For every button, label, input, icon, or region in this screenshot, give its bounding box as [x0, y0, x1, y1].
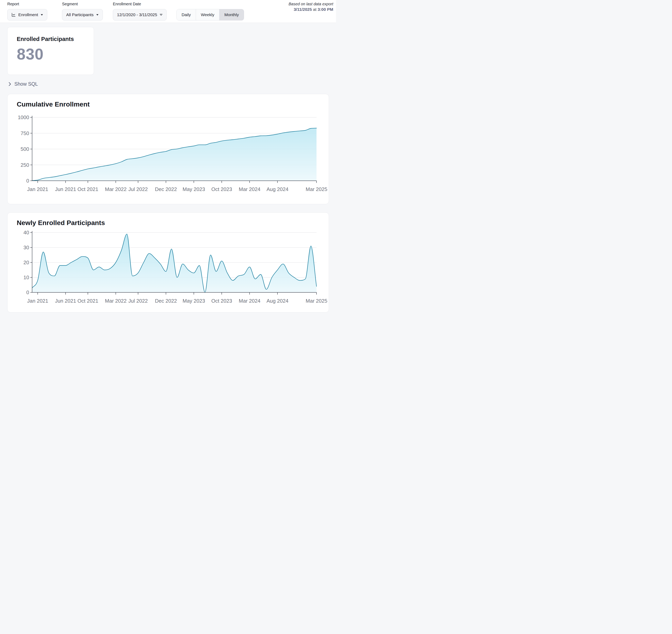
x-tick-label: Jan 2021: [27, 298, 48, 304]
export-timestamp: 3/11/2025 at 3:00 PM: [289, 6, 333, 13]
date-range-dropdown[interactable]: 12/1/2020 - 3/11/2025: [113, 9, 167, 21]
kpi-title: Enrolled Participants: [17, 36, 88, 42]
y-tick-label: 750: [21, 130, 29, 136]
area-fill: [32, 128, 316, 181]
segment-dropdown-value: All Participants: [66, 13, 94, 17]
x-tick-label: Mar 2025: [306, 298, 327, 304]
granularity-toggle: Daily Weekly Monthly: [176, 9, 244, 21]
chevron-right-icon: [8, 81, 12, 87]
x-tick-label: Jun 2021: [55, 298, 76, 304]
x-tick-label: Jun 2021: [55, 186, 76, 192]
y-tick-label: 10: [23, 274, 29, 281]
export-note: Based on last data export: [289, 1, 333, 6]
caret-down-outline-icon: [160, 14, 163, 16]
newly-enrolled-chart: 010203040Jan 2021Jun 2021Oct 2021Mar 202…: [7, 229, 329, 311]
y-axis: 010203040: [23, 229, 32, 295]
report-label: Report: [7, 2, 19, 6]
x-axis: Jan 2021Jun 2021Oct 2021Mar 2022Jul 2022…: [27, 292, 327, 304]
x-tick-label: Jan 2021: [27, 186, 48, 192]
x-tick-label: Mar 2022: [105, 298, 127, 304]
cumulative-chart-title: Cumulative Enrollment: [17, 100, 90, 108]
y-tick-label: 1000: [18, 114, 29, 120]
y-tick-label: 250: [21, 162, 29, 168]
report-dropdown[interactable]: Enrollment: [7, 9, 47, 21]
y-tick-label: 0: [26, 178, 29, 184]
report-dropdown-value: Enrollment: [18, 13, 38, 17]
kpi-value: 830: [17, 45, 88, 63]
y-tick-label: 0: [26, 289, 29, 295]
x-tick-label: Aug 2024: [266, 298, 288, 304]
show-sql-toggle[interactable]: Show SQL: [8, 81, 38, 87]
enrolled-participants-card: Enrolled Participants 830: [7, 27, 94, 75]
x-tick-label: Oct 2021: [77, 298, 98, 304]
x-tick-label: Jul 2022: [128, 298, 148, 304]
y-tick-label: 40: [23, 229, 29, 236]
x-tick-label: Oct 2021: [77, 186, 98, 192]
chart-line-icon: [11, 13, 16, 17]
y-axis: 02505007501000: [18, 114, 32, 184]
filter-bar: Report Enrollment Segment All Participan…: [0, 0, 336, 23]
y-tick-label: 500: [21, 146, 29, 152]
x-tick-label: Jul 2022: [128, 186, 148, 192]
x-axis: Jan 2021Jun 2021Oct 2021Mar 2022Jul 2022…: [27, 181, 327, 192]
granularity-monthly[interactable]: Monthly: [219, 9, 244, 20]
x-tick-label: Aug 2024: [266, 186, 288, 192]
x-tick-label: Oct 2023: [211, 298, 232, 304]
y-tick-label: 20: [23, 260, 29, 265]
granularity-daily[interactable]: Daily: [177, 9, 196, 20]
x-tick-label: Oct 2023: [211, 186, 232, 192]
export-time: 3:00 PM: [318, 7, 333, 11]
export-info: Based on last data export 3/11/2025 at 3…: [289, 1, 333, 13]
newly-chart-title: Newly Enrolled Participants: [17, 219, 105, 227]
cumulative-enrollment-chart: 02505007501000Jan 2021Jun 2021Oct 2021Ma…: [7, 112, 329, 196]
x-tick-label: Mar 2022: [105, 186, 127, 192]
x-tick-label: Dec 2022: [155, 298, 177, 304]
newly-enrolled-card: Newly Enrolled Participants 010203040Jan…: [7, 213, 329, 313]
date-range-value: 12/1/2020 - 3/11/2025: [117, 13, 157, 17]
export-date: 3/11/2025: [294, 7, 312, 11]
caret-down-icon: [41, 14, 43, 16]
cumulative-enrollment-card: Cumulative Enrollment 02505007501000Jan …: [7, 94, 329, 204]
segment-dropdown[interactable]: All Participants: [62, 9, 103, 21]
x-tick-label: May 2023: [183, 186, 205, 192]
caret-down-icon: [96, 14, 99, 16]
x-tick-label: Mar 2025: [306, 186, 327, 192]
x-tick-label: Mar 2024: [239, 298, 260, 304]
x-tick-label: Dec 2022: [155, 186, 177, 192]
segment-label: Segment: [62, 2, 78, 6]
enrollment-date-label: Enrollment Date: [113, 2, 141, 6]
export-at: at: [313, 7, 316, 11]
x-tick-label: May 2023: [183, 298, 205, 304]
y-tick-label: 30: [23, 245, 29, 250]
show-sql-label: Show SQL: [15, 81, 38, 87]
granularity-weekly[interactable]: Weekly: [196, 9, 219, 20]
x-tick-label: Mar 2024: [239, 186, 260, 192]
